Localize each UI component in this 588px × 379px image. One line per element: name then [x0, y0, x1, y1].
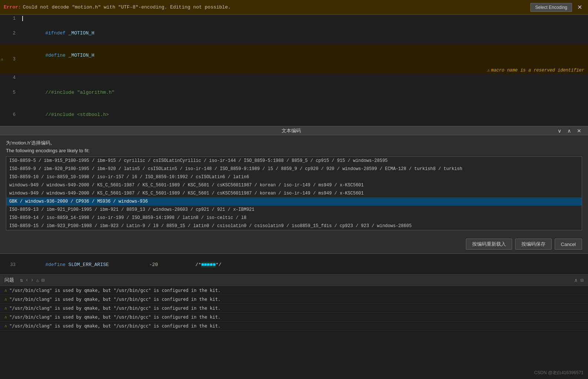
editor-area: Error: Could not decode "motion.h" with … — [0, 0, 588, 126]
code-line-2: 2 #ifndef _MOTION_H — [0, 22, 588, 44]
next-icon[interactable]: › — [31, 277, 34, 283]
problem-warn-icon: ⚠ — [4, 323, 7, 329]
problems-panel: 问题 ⇅ ‹ › ⚠ ⊟ ∧ ⊡ ⚠"/usr/bin/clang" is us… — [0, 274, 588, 379]
error-bar: Error: Could not decode "motion.h" with … — [0, 0, 588, 15]
problem-text: "/usr/bin/clang" is used by qmake, but "… — [9, 306, 221, 311]
error-message: Could not decode "motion.h" with "UTF-8"… — [23, 4, 231, 10]
encoding-list-item[interactable]: ISO-8859-15 / ibm-923_P100-1998 / ibm-92… — [6, 222, 582, 230]
bottom-editor: 33 #define SLDM_ERR_ARISE -20 /*■■■■■*/ … — [0, 254, 588, 274]
problem-text: "/usr/bin/clang" is used by qmake, but "… — [9, 323, 221, 329]
modal-titlebar: 文本编码 ∨ ∧ ✕ — [0, 126, 588, 135]
encoding-list-item[interactable]: windows-949 / windows-949-2000 / KS_C_56… — [6, 181, 582, 189]
problems-tab[interactable]: 问题 — [4, 277, 14, 283]
save-with-encoding-button[interactable]: 按编码保存 — [515, 239, 552, 250]
encoding-list[interactable]: ISO-8859-5 / ibm-915_P100-1995 / ibm-915… — [6, 156, 582, 230]
prev-icon[interactable]: ‹ — [25, 277, 28, 283]
modal-controls: ∨ ∧ ✕ — [555, 128, 584, 134]
encoding-list-item[interactable]: ISO-8859-10 / iso-8859_10-1998 / iso-ir-… — [6, 173, 582, 181]
cancel-button[interactable]: Cancel — [555, 239, 582, 250]
reload-with-encoding-button[interactable]: 按编码重新载入 — [466, 239, 512, 250]
filter-icon[interactable]: ⊟ — [41, 277, 44, 283]
problems-header: 问题 ⇅ ‹ › ⚠ ⊟ ∧ ⊡ — [0, 274, 588, 286]
problems-list: ⚠"/usr/bin/clang" is used by qmake, but … — [0, 286, 588, 379]
encoding-list-item[interactable]: ISO-8859-14 / iso-8859_14-1998 / iso-ir-… — [6, 214, 582, 222]
code-line-3: ⚠ 3 #define _MOTION_H ⚠macro name is a r… — [0, 44, 588, 74]
problem-item: ⚠"/usr/bin/clang" is used by qmake, but … — [0, 313, 588, 322]
modal-desc-cn: 为'motion.h'选择编码。 — [6, 140, 582, 146]
error-bar-left: Error: Could not decode "motion.h" with … — [4, 4, 231, 10]
encoding-list-item[interactable]: GBK / windows-936-2000 / CP936 / MS936 /… — [6, 197, 582, 206]
expand-icon[interactable]: ⊡ — [581, 277, 584, 283]
collapse-icon[interactable]: ∧ — [574, 277, 577, 283]
problem-text: "/usr/bin/clang" is used by qmake, but "… — [9, 297, 221, 302]
problem-warn-icon: ⚠ — [4, 314, 7, 320]
modal-minimize-button[interactable]: ∨ — [555, 128, 564, 134]
code-editor: 1 2 #ifndef _MOTION_H ⚠ 3 #define _MOTIO… — [0, 15, 588, 126]
encoding-list-item[interactable]: ISO-8859-5 / ibm-915_P100-1995 / ibm-915… — [6, 157, 582, 165]
problem-item: ⚠"/usr/bin/clang" is used by qmake, but … — [0, 322, 588, 330]
warning-gutter-icon: ⚠ — [1, 56, 3, 63]
code-line-1: 1 — [0, 15, 588, 22]
problem-item: ⚠"/usr/bin/clang" is used by qmake, but … — [0, 304, 588, 313]
problem-text: "/usr/bin/clang" is used by qmake, but "… — [9, 288, 221, 293]
watermark: CSDN @老白416396571 — [534, 370, 584, 376]
encoding-modal: 文本编码 ∨ ∧ ✕ 为'motion.h'选择编码。 The followin… — [0, 126, 588, 254]
error-bar-close-button[interactable]: ✕ — [575, 3, 584, 11]
encoding-list-item[interactable]: ISO-8859-13 / ibm-921_P100-1995 / ibm-92… — [6, 206, 582, 214]
modal-title: 文本编码 — [27, 127, 555, 134]
problems-controls: ⇅ ‹ › ⚠ ⊟ — [20, 277, 44, 283]
problems-header-right: ∧ ⊡ — [574, 277, 584, 283]
problem-warn-icon: ⚠ — [4, 305, 7, 311]
modal-maximize-button[interactable]: ∧ — [565, 128, 573, 134]
code-line-6: 6 //#include <stdbool.h> — [0, 104, 588, 126]
error-bar-right: Select Encoding ✕ — [530, 3, 584, 12]
modal-body: 为'motion.h'选择编码。 The following encodings… — [0, 135, 588, 236]
encoding-list-item[interactable]: ISO-8859-9 / ibm-920_P100-1995 / ibm-920… — [6, 165, 582, 173]
problem-item: ⚠"/usr/bin/clang" is used by qmake, but … — [0, 295, 588, 304]
modal-desc-en: The following encodings are likely to fi… — [6, 148, 582, 153]
modal-close-button[interactable]: ✕ — [575, 128, 584, 134]
problem-warn-icon: ⚠ — [4, 287, 7, 293]
error-label: Error: — [4, 4, 21, 10]
problem-item: ⚠"/usr/bin/clang" is used by qmake, but … — [0, 286, 588, 295]
code-line-33: 33 #define SLDM_ERR_ARISE -20 /*■■■■■*/ — [0, 254, 588, 274]
sort-icon[interactable]: ⇅ — [20, 277, 23, 283]
encoding-list-item[interactable]: windows-949 / windows-949-2000 / KS_C_56… — [6, 189, 582, 197]
problem-warn-icon: ⚠ — [4, 296, 7, 302]
select-encoding-button[interactable]: Select Encoding — [530, 3, 572, 12]
code-line-5: 5 //#include "algorithm.h" — [0, 82, 588, 104]
bottom-code-editor: 33 #define SLDM_ERR_ARISE -20 /*■■■■■*/ … — [0, 254, 588, 274]
warning-filter-icon[interactable]: ⚠ — [36, 277, 39, 283]
problem-text: "/usr/bin/clang" is used by qmake, but "… — [9, 315, 221, 320]
modal-footer: 按编码重新载入 按编码保存 Cancel — [0, 236, 588, 253]
code-line-4: 4 — [0, 74, 588, 82]
